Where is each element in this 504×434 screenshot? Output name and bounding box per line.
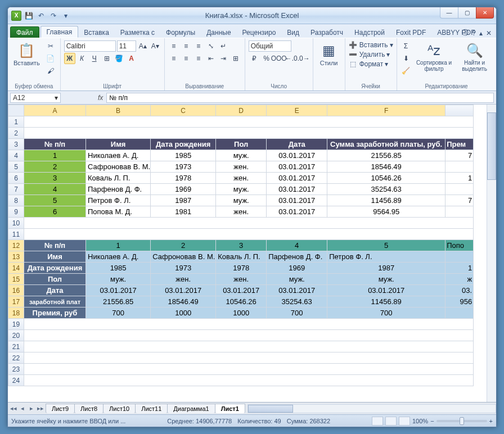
row-header[interactable]: 10: [8, 218, 24, 229]
cell[interactable]: 3: [24, 173, 86, 184]
cell[interactable]: заработной плат: [24, 296, 86, 308]
percent-icon[interactable]: %: [261, 53, 272, 64]
cell[interactable]: 4: [267, 240, 327, 251]
view-pagebreak-icon[interactable]: [399, 417, 410, 426]
cell[interactable]: 10546.26: [216, 296, 267, 308]
cell[interactable]: Пол: [24, 274, 86, 285]
cell[interactable]: 1000: [216, 308, 267, 319]
sheet-tab[interactable]: Диаграмма1: [167, 404, 215, 413]
row-header[interactable]: 15: [8, 274, 24, 285]
cell[interactable]: 9564.95: [327, 206, 446, 218]
row-header[interactable]: 9: [8, 206, 24, 218]
cell[interactable]: муж.: [216, 184, 267, 195]
align-left-icon[interactable]: ≡: [168, 53, 179, 64]
cell[interactable]: муж.: [267, 274, 327, 285]
styles-button[interactable]: ▦ Стили: [317, 40, 341, 67]
cell[interactable]: Попова М. Д.: [86, 206, 151, 218]
align-center-icon[interactable]: ≡: [181, 53, 192, 64]
cell[interactable]: 1981: [151, 206, 216, 218]
cell[interactable]: Коваль Л. П.: [86, 173, 151, 184]
cell[interactable]: 3: [216, 240, 267, 251]
cell[interactable]: [446, 308, 474, 319]
find-select-button[interactable]: 🔍 Найти и выделить: [457, 40, 493, 73]
currency-icon[interactable]: ₽: [249, 53, 260, 64]
cell[interactable]: 1985: [151, 150, 216, 161]
cell[interactable]: [24, 352, 474, 364]
decimal-dec-icon[interactable]: .0→: [298, 53, 309, 64]
decrease-font-icon[interactable]: A▾: [150, 40, 161, 52]
align-right-icon[interactable]: ≡: [193, 53, 204, 64]
cell[interactable]: Попо: [446, 240, 474, 251]
cell[interactable]: 10546.26: [327, 173, 446, 184]
cell[interactable]: № п/п: [24, 240, 86, 251]
cell[interactable]: 35254.63: [267, 296, 327, 308]
cell[interactable]: 03.01.2017: [216, 285, 267, 296]
row-header[interactable]: 19: [8, 319, 24, 330]
fill-icon[interactable]: ⬇: [400, 53, 412, 64]
cell[interactable]: 5: [24, 195, 86, 206]
col-header[interactable]: D: [216, 105, 267, 116]
cell[interactable]: 1: [446, 263, 474, 274]
cell[interactable]: [24, 330, 474, 341]
clear-icon[interactable]: 🧹: [400, 65, 412, 76]
cell[interactable]: Коваль Л. П.: [216, 251, 267, 263]
bold-button[interactable]: Ж: [64, 53, 75, 64]
col-header[interactable]: A: [24, 105, 86, 116]
cell[interactable]: 5: [327, 240, 446, 251]
view-layout-icon[interactable]: [385, 417, 397, 426]
zoom-slider[interactable]: [436, 420, 487, 422]
qat-dropdown-icon[interactable]: ▾: [61, 11, 71, 21]
cell[interactable]: 03.01.2017: [267, 184, 327, 195]
cells-insert-button[interactable]: ➕Вставить ▾: [349, 40, 393, 49]
cell[interactable]: Сафроновав В. М.: [86, 161, 151, 173]
row-header[interactable]: 11: [8, 229, 24, 240]
indent-dec-icon[interactable]: ⇤: [205, 53, 217, 64]
row-header[interactable]: 17: [8, 296, 24, 308]
help-icon[interactable]: ?: [472, 29, 476, 37]
sheet-nav-last-icon[interactable]: ▸▸: [36, 405, 45, 412]
cell[interactable]: [446, 251, 474, 263]
scroll-thumb[interactable]: [248, 405, 293, 413]
cell[interactable]: Петров Ф. Л.: [86, 195, 151, 206]
row-header[interactable]: 7: [8, 184, 24, 195]
cell[interactable]: Парфенов Д. Ф.: [267, 251, 327, 263]
cell[interactable]: [446, 184, 474, 195]
col-header[interactable]: B: [86, 105, 151, 116]
cell[interactable]: 03.01.2017: [327, 285, 446, 296]
row-header[interactable]: 6: [8, 173, 24, 184]
cell[interactable]: Пол: [216, 139, 267, 150]
cell[interactable]: 03.01.2017: [267, 195, 327, 206]
cell[interactable]: 11456.89: [327, 296, 446, 308]
sheet-tab[interactable]: Лист11: [135, 404, 168, 413]
ribbon-minimize-icon[interactable]: ▴: [479, 29, 483, 37]
border-icon[interactable]: ⊞: [101, 53, 112, 64]
cell[interactable]: 2: [24, 161, 86, 173]
cell[interactable]: 11456.89: [327, 195, 446, 206]
cell[interactable]: жен.: [216, 274, 267, 285]
cell[interactable]: 1969: [267, 263, 327, 274]
cell[interactable]: 956: [446, 296, 474, 308]
tab-foxit[interactable]: Foxit PDF: [390, 27, 431, 38]
sheet-nav-first-icon[interactable]: ◂◂: [9, 405, 18, 412]
cell[interactable]: 03.01.2017: [86, 285, 151, 296]
font-size-input[interactable]: [117, 40, 136, 52]
cell[interactable]: 18546.49: [327, 161, 446, 173]
cell[interactable]: Дата: [267, 139, 327, 150]
cell[interactable]: 1978: [151, 173, 216, 184]
cell[interactable]: Имя: [86, 139, 151, 150]
sheet-tab[interactable]: Лист8: [74, 404, 104, 413]
tab-insert[interactable]: Вставка: [78, 27, 115, 38]
cell[interactable]: 35254.63: [327, 184, 446, 195]
cell[interactable]: 1987: [151, 195, 216, 206]
align-top-icon[interactable]: ≡: [168, 40, 179, 52]
comma-icon[interactable]: ООО: [273, 53, 285, 64]
cell[interactable]: [446, 161, 474, 173]
cell[interactable]: 4: [24, 184, 86, 195]
cells-format-button[interactable]: ⬚Формат ▾: [349, 60, 389, 69]
cut-icon[interactable]: ✂: [44, 40, 57, 52]
maximize-button[interactable]: ▢: [458, 7, 476, 19]
cell[interactable]: [24, 364, 474, 375]
row-header[interactable]: 20: [8, 330, 24, 341]
cell[interactable]: 1969: [151, 184, 216, 195]
cell[interactable]: [446, 206, 474, 218]
